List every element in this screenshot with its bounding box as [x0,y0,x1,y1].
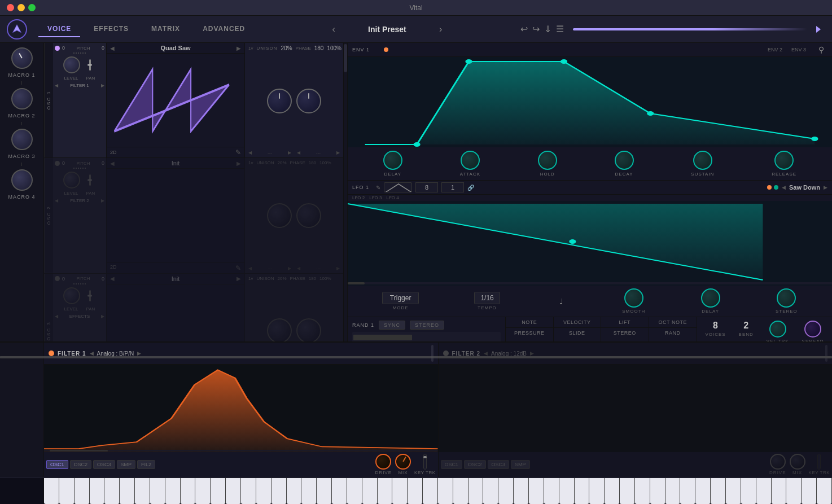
osc1-level-knob[interactable] [63,56,80,73]
save-button[interactable]: ⇓ [544,24,551,34]
lfo1-edit-icon[interactable]: ✎ [376,185,380,191]
env1-hold-knob[interactable] [538,151,557,170]
tab-effects[interactable]: EFFECTS [85,21,138,37]
piano-white-key[interactable] [44,478,59,504]
osc2-unison-knob[interactable] [267,203,292,228]
piano-white-key[interactable] [786,478,802,504]
piano-white-key[interactable] [135,478,150,504]
filter1-active-dot[interactable] [49,350,54,356]
filter2-smp-btn[interactable]: SMP [511,460,530,469]
piano-keys[interactable]: .wk { flex:1; background:#e8e8f0; border… [44,478,832,504]
piano-white-key[interactable] [256,478,272,504]
macro4-knob[interactable] [11,169,33,191]
vel-trk-knob[interactable] [769,321,786,338]
env1-sustain-knob[interactable] [693,151,712,170]
osc1-edit-icon[interactable]: ✎ [235,148,241,156]
lfo4-smooth-knob[interactable] [624,288,643,308]
filter2-mix-knob[interactable] [790,454,805,470]
piano-white-key[interactable] [90,478,105,504]
osc1-active-dot[interactable] [55,46,60,51]
lfo1-chain-icon[interactable]: 🔗 [467,185,474,191]
filter1-osc2-btn[interactable]: OSC2 [70,460,92,469]
macro1-knob[interactable] [11,47,33,69]
piano-white-key[interactable] [120,478,135,504]
osc3-level-knob[interactable] [63,287,80,304]
piano-white-key[interactable] [802,478,817,504]
piano-white-key[interactable] [287,478,302,504]
piano-white-key[interactable] [635,478,650,504]
env1-active-dot[interactable] [384,47,388,52]
osc1-phase-knob[interactable] [296,89,321,113]
lfo4-delay-knob[interactable] [701,288,720,308]
piano-white-key[interactable] [529,478,544,504]
piano-white-key[interactable] [650,478,665,504]
tab-matrix[interactable]: MATRIX [142,21,189,37]
piano-white-key[interactable] [726,478,741,504]
piano-white-key[interactable] [438,478,453,504]
macro3-knob[interactable] [11,129,33,150]
piano-white-key[interactable] [332,478,347,504]
tab-voice[interactable]: VOICE [38,21,80,37]
filter1-prev-arrow[interactable]: ◀ [55,83,58,88]
macro2-knob[interactable] [11,88,33,109]
osc3-active-dot[interactable] [55,276,60,281]
filter2-osc2-btn[interactable]: OSC2 [464,460,486,469]
piano-white-key[interactable] [408,478,423,504]
filter1-next-arrow[interactable]: ▶ [101,83,104,88]
rand1-stereo-btn[interactable]: STEREO [410,321,444,330]
piano-white-key[interactable] [75,478,90,504]
piano-white-key[interactable] [423,478,438,504]
lfo4-tempo-val[interactable]: 1/16 [474,292,500,304]
lfo-scrollbar[interactable] [348,282,832,284]
piano-white-key[interactable] [226,478,241,504]
piano-white-key[interactable] [347,478,362,504]
piano-white-key[interactable] [756,478,772,504]
piano-white-key[interactable] [272,478,287,504]
osc1-unison-knob[interactable] [267,89,292,113]
piano-white-key[interactable] [195,478,211,504]
menu-button[interactable]: ☰ [556,24,564,34]
filter2-osc1-btn[interactable]: OSC1 [441,460,463,469]
piano-white-key[interactable] [544,478,559,504]
piano-white-key[interactable] [241,478,256,504]
osc1-wave-prev[interactable]: ◀ [110,45,115,51]
osc1-wave-next[interactable]: ▶ [237,45,241,51]
redo-button[interactable]: ↪ [532,24,540,34]
maximize-button[interactable] [28,4,36,11]
tab-advanced[interactable]: ADVANCED [194,21,254,37]
osc2-phase-knob[interactable] [296,203,321,228]
piano-white-key[interactable] [378,478,393,504]
filter2-osc3-btn[interactable]: OSC3 [488,460,510,469]
piano-white-key[interactable] [181,478,196,504]
piano-white-key[interactable] [104,478,120,504]
filter2-next-arrow[interactable]: ▶ [101,198,104,203]
filter1-drive-knob[interactable] [375,454,391,470]
lfo4-mode-val[interactable]: Trigger [382,292,419,304]
piano-white-key[interactable] [817,478,832,504]
piano-white-key[interactable] [392,478,408,504]
env1-decay-knob[interactable] [615,151,634,170]
piano-white-key[interactable] [605,478,620,504]
osc2-active-dot[interactable] [55,161,60,166]
filter1-mix-knob[interactable] [395,454,411,470]
lfo2-dot[interactable] [774,185,778,190]
lfo1-dot[interactable] [767,185,772,190]
close-button[interactable] [7,4,14,11]
piano-white-key[interactable] [498,478,514,504]
lfo4-stereo-knob[interactable] [777,288,796,308]
env1-attack-knob[interactable] [461,151,480,170]
filter1-osc3-btn[interactable]: OSC3 [93,460,115,469]
piano-white-key[interactable] [165,478,181,504]
piano-white-key[interactable] [468,478,484,504]
filter2-active-dot[interactable] [443,350,449,356]
piano-white-key[interactable] [680,478,695,504]
filter2-key-trk-slider[interactable] [817,454,821,470]
piano-white-key[interactable] [59,478,75,504]
preset-prev-button[interactable]: ‹ [332,24,335,34]
filter2-drive-knob[interactable] [770,454,786,470]
piano-white-key[interactable] [362,478,378,504]
piano-white-key[interactable] [711,478,726,504]
piano-white-key[interactable] [483,478,498,504]
osc3-unison-knob[interactable] [267,318,292,343]
lfo1-val2[interactable]: 1 [441,182,464,192]
